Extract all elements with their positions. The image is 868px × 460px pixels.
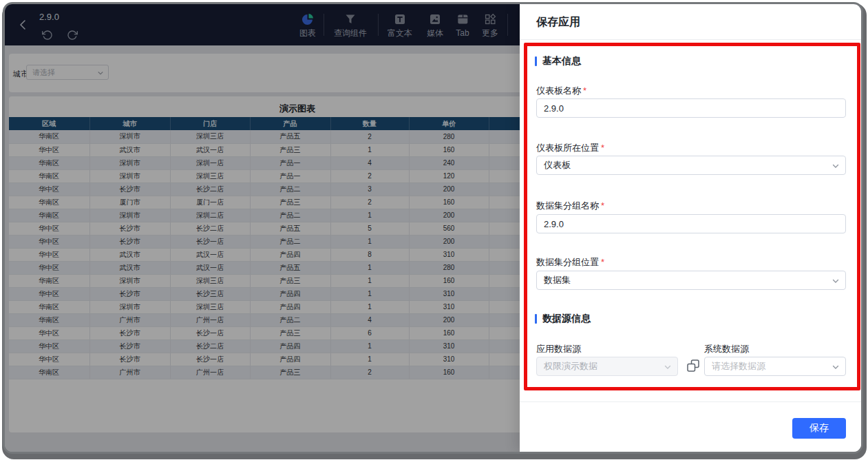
- save-app-drawer: 保存应用 基本信息 仪表板名称* 仪表板所在位置* 仪表板 数据集分组名称* 数…: [520, 4, 861, 452]
- modal-dim-overlay: [5, 4, 522, 452]
- drawer-header-divider: [520, 39, 861, 40]
- chevron-down-icon: [832, 277, 840, 285]
- sync-datasource-button[interactable]: [686, 358, 701, 373]
- dashboard-location-label: 仪表板所在位置*: [536, 142, 604, 154]
- footer-divider: [520, 401, 861, 402]
- required-asterisk: *: [601, 143, 604, 153]
- required-asterisk: *: [601, 200, 604, 211]
- dashboard-name-label: 仪表板名称*: [536, 85, 586, 97]
- required-asterisk: *: [583, 85, 586, 96]
- system-datasource-label: 系统数据源: [704, 343, 749, 355]
- app-datasource-label: 应用数据源: [536, 343, 581, 355]
- dashboard-name-input[interactable]: [536, 98, 846, 118]
- dataset-group-name-label: 数据集分组名称*: [536, 200, 604, 212]
- dataset-group-name-input[interactable]: [536, 214, 846, 233]
- chevron-down-icon: [832, 162, 840, 170]
- dataset-group-location-label: 数据集分组位置*: [536, 256, 604, 269]
- chevron-down-icon: [664, 363, 672, 371]
- dashboard-location-select[interactable]: 仪表板: [536, 156, 846, 175]
- section-accent-bar: [535, 314, 537, 324]
- system-datasource-select[interactable]: 请选择数据源: [704, 357, 846, 376]
- sync-datasource-icon: [686, 358, 701, 373]
- section-basic-info: 基本信息: [535, 55, 581, 67]
- chevron-down-icon: [832, 363, 840, 371]
- section-accent-bar: [535, 56, 537, 66]
- section-datasource-info: 数据源信息: [535, 313, 591, 325]
- app-datasource-select: 权限演示数据: [536, 357, 678, 376]
- required-asterisk: *: [601, 257, 604, 267]
- drawer-title: 保存应用: [536, 15, 580, 30]
- dataset-group-location-select[interactable]: 数据集: [536, 271, 846, 290]
- save-button[interactable]: 保存: [792, 418, 846, 439]
- window-frame: 2.9.0 图表 查询组件: [3, 2, 863, 454]
